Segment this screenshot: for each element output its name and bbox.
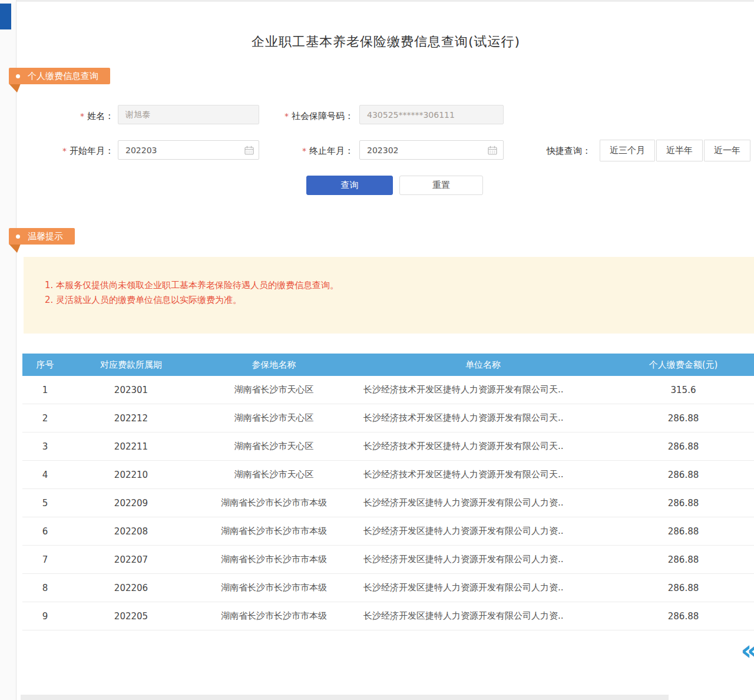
notice-line: 2. 灵活就业人员的缴费单位信息以实际缴费为准。: [45, 293, 339, 308]
cell-unit: 长沙经济技术开发区捷特人力资源开发有限公司天..: [353, 384, 613, 395]
ssn-label: *社会保障号码：: [265, 111, 353, 122]
calendar-icon[interactable]: [244, 146, 254, 155]
cell-amount: 286.88: [613, 554, 754, 565]
cell-area: 湖南省长沙市天心区: [194, 441, 353, 452]
cell-area: 湖南省长沙市天心区: [194, 384, 353, 395]
start-month-label: *开始年月：: [50, 146, 114, 157]
cell-period: 202211: [68, 441, 194, 452]
sidebar-blue-block: [0, 4, 11, 29]
table-row: 2202212湖南省长沙市天心区长沙经济技术开发区捷特人力资源开发有限公司天..…: [22, 404, 754, 432]
cell-unit: 长沙经济开发区捷特人力资源开发有限公司人力资..: [353, 610, 613, 622]
table-row: 5202209湖南省长沙市长沙市市本级长沙经济开发区捷特人力资源开发有限公司人力…: [22, 489, 754, 517]
cell-unit: 长沙经济开发区捷特人力资源开发有限公司人力资..: [353, 582, 613, 593]
table-row: 6202208湖南省长沙市长沙市市本级长沙经济开发区捷特人力资源开发有限公司人力…: [22, 517, 754, 546]
left-sidebar-rail: [0, 0, 16, 700]
name-label: *姓名：: [50, 111, 114, 122]
table-row: 7202207湖南省长沙市长沙市市本级长沙经济开发区捷特人力资源开发有限公司人力…: [22, 546, 754, 574]
quick-option-button[interactable]: 近一年: [704, 140, 750, 161]
cell-no: 6: [22, 526, 68, 537]
page-title: 企业职工基本养老保险缴费信息查询(试运行): [18, 33, 754, 51]
start-month-field[interactable]: [118, 140, 259, 160]
cell-amount: 286.88: [613, 611, 754, 622]
cell-unit: 长沙经济技术开发区捷特人力资源开发有限公司天..: [353, 441, 613, 452]
cell-area: 湖南省长沙市长沙市市本级: [194, 582, 353, 593]
table-header-row: 序号对应费款所属期参保地名称单位名称个人缴费金额(元): [22, 354, 754, 376]
notice-box: 1. 本服务仅提供尚未领取企业职工基本养老保险待遇人员的缴费信息查询。 2. 灵…: [24, 257, 754, 334]
cell-area: 湖南省长沙市长沙市市本级: [194, 554, 353, 565]
cell-period: 202205: [68, 611, 194, 622]
end-month-field[interactable]: [359, 140, 504, 160]
cell-area: 湖南省长沙市天心区: [194, 469, 353, 480]
quick-query-group: 近三个月近半年近一年: [600, 140, 750, 161]
cell-no: 5: [22, 498, 68, 509]
notice-lines: 1. 本服务仅提供尚未领取企业职工基本养老保险待遇人员的缴费信息查询。 2. 灵…: [45, 278, 339, 308]
column-header-area: 参保地名称: [194, 359, 353, 371]
cell-area: 湖南省长沙市长沙市市本级: [194, 610, 353, 622]
table-row: 1202301湖南省长沙市天心区长沙经济技术开发区捷特人力资源开发有限公司天..…: [22, 376, 754, 404]
section-header-tips: 温馨提示: [9, 228, 75, 245]
content-top-border: [16, 0, 754, 2]
required-asterisk: *: [302, 146, 306, 156]
quick-option-button[interactable]: 近半年: [656, 140, 703, 161]
cell-period: 202207: [68, 554, 194, 565]
cell-amount: 286.88: [613, 470, 754, 480]
section-header-label: 温馨提示: [28, 231, 63, 242]
calendar-icon[interactable]: [488, 146, 497, 155]
bottom-scrollbar[interactable]: [21, 695, 669, 700]
cell-no: 8: [22, 583, 68, 593]
cell-unit: 长沙经济开发区捷特人力资源开发有限公司人力资..: [353, 554, 613, 565]
collapse-chevron-icon[interactable]: «: [740, 636, 754, 664]
section-header-personal-query: 个人缴费信息查询: [9, 68, 110, 84]
cell-no: 1: [22, 385, 68, 395]
cell-amount: 286.88: [613, 583, 754, 593]
cell-amount: 286.88: [613, 413, 754, 424]
cell-amount: 286.88: [613, 526, 754, 537]
required-asterisk: *: [80, 111, 84, 121]
table-body: 1202301湖南省长沙市天心区长沙经济技术开发区捷特人力资源开发有限公司天..…: [22, 376, 754, 630]
cell-period: 202209: [68, 498, 194, 509]
cell-period: 202301: [68, 385, 194, 395]
column-header-unit: 单位名称: [353, 359, 613, 371]
quick-option-button[interactable]: 近三个月: [600, 140, 655, 161]
table-row: 3202211湖南省长沙市天心区长沙经济技术开发区捷特人力资源开发有限公司天..…: [22, 432, 754, 461]
required-asterisk: *: [62, 146, 67, 156]
cell-amount: 315.6: [613, 385, 754, 395]
required-asterisk: *: [285, 111, 289, 121]
notice-line: 1. 本服务仅提供尚未领取企业职工基本养老保险待遇人员的缴费信息查询。: [45, 278, 339, 293]
cell-period: 202212: [68, 413, 194, 424]
cell-unit: 长沙经济开发区捷特人力资源开发有限公司人力资..: [353, 526, 613, 537]
cell-no: 9: [22, 611, 68, 622]
cell-area: 湖南省长沙市长沙市市本级: [194, 497, 353, 509]
column-header-amount: 个人缴费金额(元): [613, 359, 754, 371]
cell-amount: 286.88: [613, 441, 754, 452]
section-header-label: 个人缴费信息查询: [28, 71, 98, 82]
cell-no: 3: [22, 441, 68, 452]
cell-area: 湖南省长沙市长沙市市本级: [194, 526, 353, 537]
cell-period: 202206: [68, 583, 194, 593]
cell-no: 2: [22, 413, 68, 424]
table-row: 8202206湖南省长沙市长沙市市本级长沙经济开发区捷特人力资源开发有限公司人力…: [22, 574, 754, 602]
column-header-no: 序号: [22, 359, 68, 371]
cell-unit: 长沙经济技术开发区捷特人力资源开发有限公司天..: [353, 412, 613, 424]
bullet-dot-icon: [16, 235, 20, 239]
cell-no: 7: [22, 554, 68, 565]
results-table: 序号对应费款所属期参保地名称单位名称个人缴费金额(元) 1202301湖南省长沙…: [22, 354, 754, 630]
query-button[interactable]: 查询: [306, 176, 393, 195]
ssn-field: [359, 105, 504, 124]
cell-unit: 长沙经济技术开发区捷特人力资源开发有限公司天..: [353, 469, 613, 480]
table-row: 4202210湖南省长沙市天心区长沙经济技术开发区捷特人力资源开发有限公司天..…: [22, 461, 754, 489]
table-row: 9202205湖南省长沙市长沙市市本级长沙经济开发区捷特人力资源开发有限公司人力…: [22, 602, 754, 630]
bullet-dot-icon: [16, 74, 20, 78]
end-month-label: *终止年月：: [265, 146, 353, 157]
cell-period: 202210: [68, 470, 194, 480]
cell-period: 202208: [68, 526, 194, 537]
cell-unit: 长沙经济开发区捷特人力资源开发有限公司人力资..: [353, 497, 613, 509]
reset-button[interactable]: 重置: [399, 176, 483, 195]
cell-no: 4: [22, 470, 68, 480]
quick-query-label: 快捷查询：: [547, 146, 591, 157]
name-field: [118, 105, 259, 124]
column-header-period: 对应费款所属期: [68, 359, 194, 371]
cell-amount: 286.88: [613, 498, 754, 509]
cell-area: 湖南省长沙市天心区: [194, 412, 353, 424]
